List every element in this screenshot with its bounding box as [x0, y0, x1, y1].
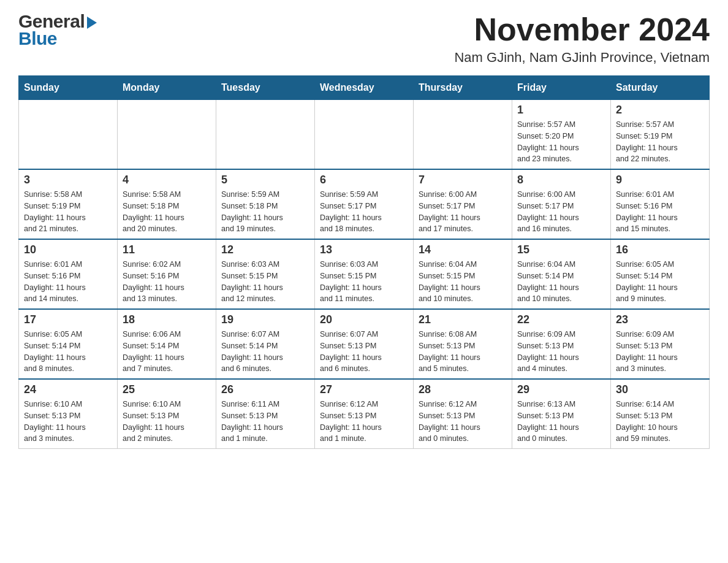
day-info: Sunrise: 6:01 AM Sunset: 5:16 PM Dayligh…	[24, 259, 112, 305]
table-row	[118, 100, 216, 170]
table-row: 10Sunrise: 6:01 AM Sunset: 5:16 PM Dayli…	[19, 239, 118, 309]
day-number: 27	[320, 383, 408, 396]
day-info: Sunrise: 6:10 AM Sunset: 5:13 PM Dayligh…	[123, 399, 211, 445]
day-info: Sunrise: 5:57 AM Sunset: 5:20 PM Dayligh…	[517, 119, 605, 165]
table-row: 17Sunrise: 6:05 AM Sunset: 5:14 PM Dayli…	[19, 309, 118, 379]
table-row: 8Sunrise: 6:00 AM Sunset: 5:17 PM Daylig…	[512, 169, 611, 239]
day-number: 7	[419, 174, 507, 186]
day-number: 10	[24, 243, 112, 256]
day-number: 11	[123, 243, 211, 256]
day-number: 24	[24, 383, 112, 396]
table-row: 21Sunrise: 6:08 AM Sunset: 5:13 PM Dayli…	[414, 309, 512, 379]
day-info: Sunrise: 6:04 AM Sunset: 5:15 PM Dayligh…	[419, 259, 507, 305]
weekday-header-row: Sunday Monday Tuesday Wednesday Thursday…	[19, 76, 710, 100]
header-friday: Friday	[512, 76, 611, 100]
logo-blue-text: Blue	[18, 29, 97, 48]
table-row: 24Sunrise: 6:10 AM Sunset: 5:13 PM Dayli…	[19, 379, 118, 449]
table-row: 2Sunrise: 5:57 AM Sunset: 5:19 PM Daylig…	[611, 100, 710, 170]
table-row	[19, 100, 118, 170]
day-info: Sunrise: 6:04 AM Sunset: 5:14 PM Dayligh…	[517, 259, 605, 305]
table-row: 7Sunrise: 6:00 AM Sunset: 5:17 PM Daylig…	[414, 169, 512, 239]
week-row-2: 3Sunrise: 5:58 AM Sunset: 5:19 PM Daylig…	[19, 169, 710, 239]
day-number: 23	[616, 313, 704, 326]
table-row: 16Sunrise: 6:05 AM Sunset: 5:14 PM Dayli…	[611, 239, 710, 309]
header-monday: Monday	[118, 76, 216, 100]
table-row: 9Sunrise: 6:01 AM Sunset: 5:16 PM Daylig…	[611, 169, 710, 239]
table-row: 30Sunrise: 6:14 AM Sunset: 5:13 PM Dayli…	[611, 379, 710, 449]
day-info: Sunrise: 6:14 AM Sunset: 5:13 PM Dayligh…	[616, 399, 704, 445]
day-info: Sunrise: 6:12 AM Sunset: 5:13 PM Dayligh…	[320, 399, 408, 445]
day-number: 2	[616, 104, 704, 117]
table-row: 11Sunrise: 6:02 AM Sunset: 5:16 PM Dayli…	[118, 239, 216, 309]
week-row-5: 24Sunrise: 6:10 AM Sunset: 5:13 PM Dayli…	[19, 379, 710, 449]
table-row: 12Sunrise: 6:03 AM Sunset: 5:15 PM Dayli…	[216, 239, 315, 309]
table-row: 5Sunrise: 5:59 AM Sunset: 5:18 PM Daylig…	[216, 169, 315, 239]
table-row: 3Sunrise: 5:58 AM Sunset: 5:19 PM Daylig…	[19, 169, 118, 239]
logo: General Blue	[18, 12, 97, 48]
table-row: 20Sunrise: 6:07 AM Sunset: 5:13 PM Dayli…	[315, 309, 414, 379]
day-number: 1	[517, 104, 605, 117]
table-row: 1Sunrise: 5:57 AM Sunset: 5:20 PM Daylig…	[512, 100, 611, 170]
day-info: Sunrise: 6:06 AM Sunset: 5:14 PM Dayligh…	[123, 329, 211, 375]
table-row: 19Sunrise: 6:07 AM Sunset: 5:14 PM Dayli…	[216, 309, 315, 379]
header-wednesday: Wednesday	[315, 76, 414, 100]
table-row: 29Sunrise: 6:13 AM Sunset: 5:13 PM Dayli…	[512, 379, 611, 449]
table-row: 22Sunrise: 6:09 AM Sunset: 5:13 PM Dayli…	[512, 309, 611, 379]
header-tuesday: Tuesday	[216, 76, 315, 100]
day-number: 4	[123, 174, 211, 186]
day-number: 19	[221, 313, 309, 326]
table-row: 26Sunrise: 6:11 AM Sunset: 5:13 PM Dayli…	[216, 379, 315, 449]
day-number: 12	[221, 243, 309, 256]
table-row: 14Sunrise: 6:04 AM Sunset: 5:15 PM Dayli…	[414, 239, 512, 309]
header-saturday: Saturday	[611, 76, 710, 100]
day-info: Sunrise: 5:57 AM Sunset: 5:19 PM Dayligh…	[616, 119, 704, 165]
day-info: Sunrise: 6:09 AM Sunset: 5:13 PM Dayligh…	[517, 329, 605, 375]
header-sunday: Sunday	[19, 76, 118, 100]
day-info: Sunrise: 6:03 AM Sunset: 5:15 PM Dayligh…	[221, 259, 309, 305]
day-number: 26	[221, 383, 309, 396]
day-info: Sunrise: 6:07 AM Sunset: 5:13 PM Dayligh…	[320, 329, 408, 375]
day-number: 9	[616, 174, 704, 186]
table-row: 13Sunrise: 6:03 AM Sunset: 5:15 PM Dayli…	[315, 239, 414, 309]
day-number: 21	[419, 313, 507, 326]
day-number: 3	[24, 174, 112, 186]
day-info: Sunrise: 6:07 AM Sunset: 5:14 PM Dayligh…	[221, 329, 309, 375]
day-number: 18	[123, 313, 211, 326]
table-row: 25Sunrise: 6:10 AM Sunset: 5:13 PM Dayli…	[118, 379, 216, 449]
table-row	[315, 100, 414, 170]
day-number: 15	[517, 243, 605, 256]
day-info: Sunrise: 6:01 AM Sunset: 5:16 PM Dayligh…	[616, 189, 704, 235]
month-title: November 2024	[454, 12, 710, 47]
table-row	[216, 100, 315, 170]
day-info: Sunrise: 6:13 AM Sunset: 5:13 PM Dayligh…	[517, 399, 605, 445]
week-row-3: 10Sunrise: 6:01 AM Sunset: 5:16 PM Dayli…	[19, 239, 710, 309]
table-row: 6Sunrise: 5:59 AM Sunset: 5:17 PM Daylig…	[315, 169, 414, 239]
title-area: November 2024 Nam GJinh, Nam GJinh Provi…	[454, 12, 710, 66]
location-title: Nam GJinh, Nam GJinh Province, Vietnam	[454, 50, 710, 66]
table-row: 4Sunrise: 5:58 AM Sunset: 5:18 PM Daylig…	[118, 169, 216, 239]
day-info: Sunrise: 6:00 AM Sunset: 5:17 PM Dayligh…	[517, 189, 605, 235]
day-info: Sunrise: 5:58 AM Sunset: 5:19 PM Dayligh…	[24, 189, 112, 235]
day-info: Sunrise: 5:58 AM Sunset: 5:18 PM Dayligh…	[123, 189, 211, 235]
day-info: Sunrise: 5:59 AM Sunset: 5:18 PM Dayligh…	[221, 189, 309, 235]
week-row-1: 1Sunrise: 5:57 AM Sunset: 5:20 PM Daylig…	[19, 100, 710, 170]
day-number: 8	[517, 174, 605, 186]
day-number: 16	[616, 243, 704, 256]
day-info: Sunrise: 6:10 AM Sunset: 5:13 PM Dayligh…	[24, 399, 112, 445]
day-number: 30	[616, 383, 704, 396]
day-info: Sunrise: 5:59 AM Sunset: 5:17 PM Dayligh…	[320, 189, 408, 235]
week-row-4: 17Sunrise: 6:05 AM Sunset: 5:14 PM Dayli…	[19, 309, 710, 379]
day-number: 6	[320, 174, 408, 186]
table-row: 23Sunrise: 6:09 AM Sunset: 5:13 PM Dayli…	[611, 309, 710, 379]
day-info: Sunrise: 6:08 AM Sunset: 5:13 PM Dayligh…	[419, 329, 507, 375]
day-number: 14	[419, 243, 507, 256]
day-info: Sunrise: 6:09 AM Sunset: 5:13 PM Dayligh…	[616, 329, 704, 375]
day-number: 20	[320, 313, 408, 326]
day-number: 13	[320, 243, 408, 256]
day-info: Sunrise: 6:02 AM Sunset: 5:16 PM Dayligh…	[123, 259, 211, 305]
day-info: Sunrise: 6:12 AM Sunset: 5:13 PM Dayligh…	[419, 399, 507, 445]
day-number: 28	[419, 383, 507, 396]
table-row	[414, 100, 512, 170]
day-info: Sunrise: 6:05 AM Sunset: 5:14 PM Dayligh…	[24, 329, 112, 375]
day-number: 5	[221, 174, 309, 186]
